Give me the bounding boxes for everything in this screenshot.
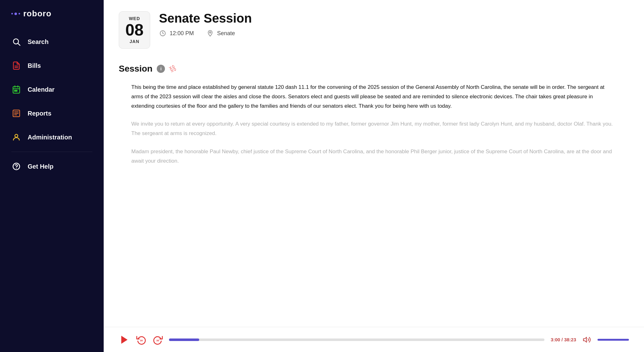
logo-dot-2 (14, 13, 17, 15)
forward-30-button[interactable]: 30 (153, 335, 163, 345)
volume-bar[interactable] (598, 339, 629, 341)
event-time-text: 12:00 PM (170, 30, 194, 37)
bills-icon (11, 61, 21, 71)
main-content: WED 08 JAN Senate Session 12:00 PM (104, 0, 644, 352)
sidebar-item-get-help[interactable]: Get Help (0, 154, 104, 178)
event-info: Senate Session 12:00 PM (159, 11, 629, 37)
event-location-text: Senate (217, 30, 235, 37)
section-title: Session (119, 64, 152, 74)
event-time: 12:00 PM (159, 30, 194, 37)
sidebar-item-reports[interactable]: Reports (0, 101, 104, 125)
nav-divider (11, 152, 92, 152)
progress-bar[interactable] (169, 338, 544, 341)
svg-marker-20 (583, 337, 587, 342)
rewind-30-button[interactable]: 30 (136, 335, 146, 345)
reports-icon (11, 108, 21, 118)
calendar-icon (11, 84, 21, 95)
event-meta: 12:00 PM Senate (159, 30, 629, 37)
rewind-label: 30 (140, 339, 143, 342)
sidebar-label-calendar: Calendar (28, 86, 55, 93)
location-icon (206, 30, 214, 37)
player-bar: 30 30 3:00 / 38:23 (104, 327, 644, 352)
event-title: Senate Session (159, 11, 629, 25)
event-month: JAN (122, 39, 147, 44)
administration-icon (11, 132, 21, 142)
transcript-paragraph-1: This being the time and place establishe… (131, 83, 616, 111)
sidebar-label-get-help: Get Help (28, 163, 53, 170)
volume-button[interactable] (582, 335, 591, 344)
event-header: WED 08 JAN Senate Session 12:00 PM (119, 11, 629, 49)
sidebar-label-administration: Administration (28, 134, 72, 141)
event-location: Senate (206, 30, 235, 37)
brand-name: roboro (23, 9, 52, 19)
sidebar-label-reports: Reports (28, 110, 52, 117)
forward-label: 30 (156, 339, 159, 342)
content-area: WED 08 JAN Senate Session 12:00 PM (104, 0, 644, 352)
session-section-header: Session i ⛓ (119, 64, 629, 74)
clock-icon (159, 30, 166, 37)
transcript-paragraph-3: Madam president, the honorable Paul Newb… (131, 147, 616, 166)
logo: roboro (0, 9, 104, 30)
sidebar-label-search: Search (28, 38, 49, 46)
play-button[interactable] (119, 334, 130, 345)
logo-dot-1 (11, 13, 13, 14)
link-icon[interactable]: ⛓ (168, 63, 178, 74)
search-icon (11, 37, 21, 47)
time-display: 3:00 / 38:23 (551, 337, 576, 342)
sidebar: roboro Search Bills (0, 0, 104, 352)
progress-fill (169, 338, 199, 341)
info-icon[interactable]: i (157, 65, 165, 73)
logo-icon (11, 13, 20, 15)
sidebar-label-bills: Bills (28, 62, 41, 69)
transcript-block: This being the time and place establishe… (119, 83, 629, 165)
sidebar-item-calendar[interactable]: Calendar (0, 78, 104, 101)
sidebar-item-bills[interactable]: Bills (0, 54, 104, 78)
sidebar-item-administration[interactable]: Administration (0, 125, 104, 149)
help-icon (11, 161, 21, 171)
svg-rect-8 (14, 90, 16, 91)
svg-marker-19 (121, 336, 128, 344)
logo-dot-3 (19, 13, 20, 14)
svg-point-18 (210, 32, 211, 33)
sidebar-item-search[interactable]: Search (0, 30, 104, 54)
date-card: WED 08 JAN (119, 11, 150, 49)
event-day-num: 08 (122, 21, 147, 39)
event-day-name: WED (122, 16, 147, 21)
svg-line-1 (18, 43, 20, 45)
svg-point-14 (15, 134, 18, 137)
transcript-paragraph-2: We invite you to return at every opportu… (131, 119, 616, 138)
svg-rect-9 (16, 90, 17, 91)
